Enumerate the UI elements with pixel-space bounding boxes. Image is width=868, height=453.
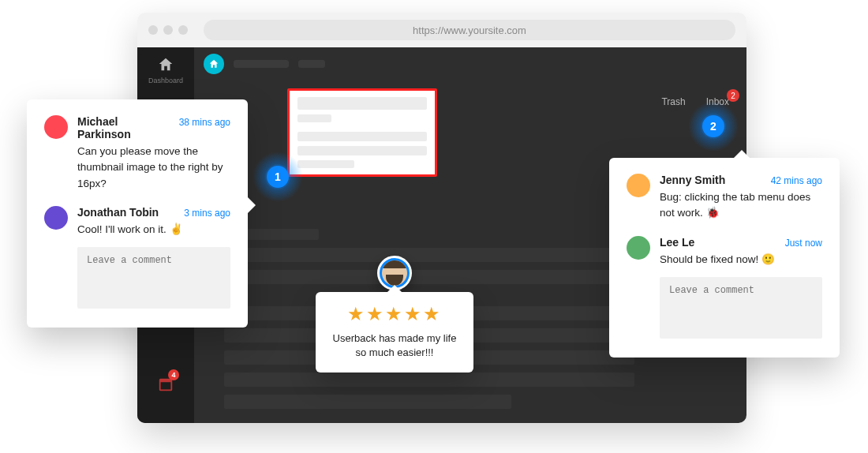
- commenter-name: Michael Parkinson: [77, 115, 171, 140]
- window-dot[interactable]: [148, 25, 158, 35]
- annotation-pin-1[interactable]: 1: [267, 166, 289, 188]
- trash-link[interactable]: Trash: [661, 96, 685, 107]
- skeleton-bar: [297, 146, 427, 155]
- browser-chrome: https://www.yoursite.com: [137, 13, 746, 47]
- commenter-name: Jenny Smith: [660, 174, 725, 186]
- comment-body: Should be fixed now! 🙂: [660, 252, 822, 268]
- comment: Lee Le Just now Should be fixed now! 🙂: [627, 236, 822, 268]
- commenter-name: Jonathan Tobin: [77, 206, 159, 219]
- sidebar-item-calendar[interactable]: 4: [137, 361, 194, 407]
- avatar: [627, 236, 650, 260]
- calendar-badge: 4: [168, 369, 179, 380]
- skeleton-bar: [297, 160, 354, 168]
- comment-body: Bug: clicking the tab menu does not work…: [660, 189, 822, 222]
- avatar: [44, 206, 68, 230]
- comment-body: Can you please move the thumbnail image …: [77, 144, 230, 192]
- sidebar-item-dashboard[interactable]: Dashboard: [137, 47, 194, 93]
- commenter-name: Lee Le: [660, 236, 694, 249]
- pin-number: 2: [702, 115, 724, 137]
- comment: Michael Parkinson 38 mins ago Can you pl…: [44, 115, 230, 192]
- skeleton-bar: [297, 114, 331, 122]
- comment: Jonathan Tobin 3 mins ago Cool! I'll wor…: [44, 206, 230, 238]
- home-icon: [208, 58, 219, 69]
- comment-input[interactable]: [77, 247, 230, 309]
- rating-tooltip: ★★★★★ Userback has made my life so much …: [316, 292, 473, 373]
- comment-time: 42 mins ago: [771, 175, 822, 186]
- comment-popup-1: Michael Parkinson 38 mins ago Can you pl…: [27, 99, 248, 328]
- star-icons: ★★★★★: [328, 303, 461, 325]
- skeleton-bar: [297, 97, 427, 110]
- comment-time: Just now: [785, 238, 822, 249]
- topstrip: [204, 55, 737, 73]
- comment-time: 38 mins ago: [179, 117, 230, 128]
- rating-text: Userback has made my life so much easier…: [328, 331, 461, 360]
- sidebar-item-label: Dashboard: [148, 77, 183, 84]
- inbox-count-badge: 2: [727, 89, 739, 102]
- window-dot[interactable]: [178, 25, 188, 35]
- avatar: [627, 174, 650, 197]
- annotation-pin-2[interactable]: 2: [702, 115, 724, 137]
- skeleton-bar: [297, 132, 427, 141]
- pin-number: 1: [267, 166, 289, 188]
- window-dot[interactable]: [163, 25, 173, 35]
- comment-time: 3 mins ago: [184, 208, 230, 219]
- skeleton-bar: [298, 60, 325, 68]
- home-icon: [157, 56, 174, 73]
- avatar: [44, 115, 68, 139]
- comment-input[interactable]: [660, 277, 822, 339]
- breadcrumb-home-button[interactable]: [204, 54, 224, 74]
- comment: Jenny Smith 42 mins ago Bug: clicking th…: [627, 174, 822, 222]
- window-dots: [148, 25, 188, 35]
- comment-popup-2: Jenny Smith 42 mins ago Bug: clicking th…: [609, 158, 840, 358]
- comment-body: Cool! I'll work on it. ✌️: [77, 222, 230, 238]
- skeleton-bar: [234, 60, 289, 68]
- url-bar[interactable]: https://www.yoursite.com: [204, 20, 735, 40]
- annotated-region[interactable]: [287, 88, 437, 177]
